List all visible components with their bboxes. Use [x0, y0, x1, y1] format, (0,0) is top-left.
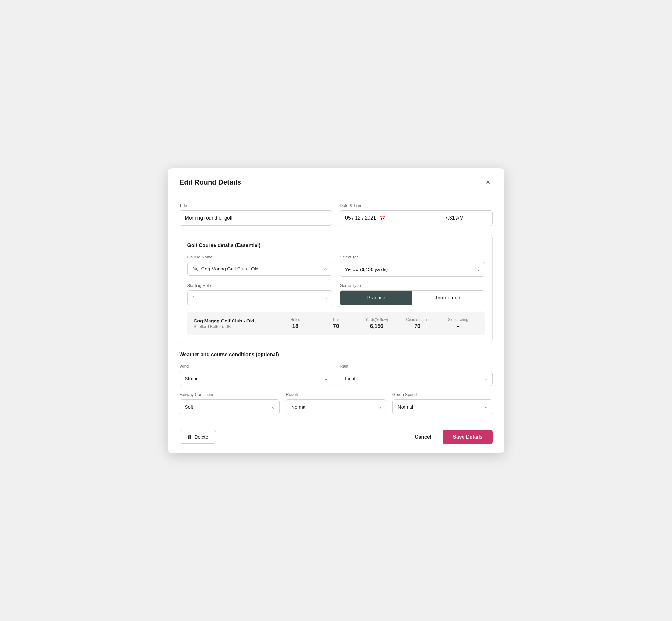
green-speed-dropdown[interactable]: Normal — [392, 400, 493, 414]
holes-label: Holes — [275, 318, 316, 322]
wind-rain-row: Wind Strong ⌄ Rain Light ⌄ — [179, 364, 493, 386]
date-value: 05 / 12 / 2021 — [345, 215, 376, 221]
holes-value: 18 — [275, 323, 316, 329]
search-icon: 🔍 — [193, 266, 198, 272]
fairway-rough-green-row: Fairway Conditions Soft ⌄ Rough Normal — [179, 392, 493, 414]
title-field-group: Title — [179, 203, 333, 226]
clear-icon[interactable]: × — [324, 266, 327, 272]
title-label: Title — [179, 203, 333, 208]
calendar-icon: 📅 — [379, 215, 385, 221]
course-name-display: Gog Magog Golf Club - Old, — [194, 318, 275, 323]
green-speed-select-wrap: Normal ⌄ — [392, 400, 493, 414]
starting-hole-label: Starting Hole — [187, 283, 333, 288]
course-location: Shelford Bottom, UK — [194, 324, 275, 329]
wind-dropdown[interactable]: Strong — [179, 371, 333, 386]
datetime-label: Date & Time — [340, 203, 493, 208]
rough-dropdown[interactable]: Normal — [286, 400, 386, 414]
course-info-row: Gog Magog Golf Club - Old, Shelford Bott… — [187, 312, 485, 335]
par-label: Par — [316, 318, 356, 322]
green-speed-group: Green Speed Normal ⌄ — [392, 392, 493, 414]
delete-button[interactable]: 🗑 Delete — [179, 430, 216, 444]
yards-value: 6,156 — [356, 323, 397, 329]
select-tee-wrap: Yellow (6,156 yards) ⌄ — [340, 262, 485, 277]
select-tee-group: Select Tee Yellow (6,156 yards) ⌄ — [340, 255, 485, 277]
game-type-label: Game Type — [340, 283, 485, 288]
fairway-label: Fairway Conditions — [179, 392, 280, 397]
modal-header: Edit Round Details × — [168, 168, 504, 194]
rain-group: Rain Light ⌄ — [340, 364, 493, 386]
wind-group: Wind Strong ⌄ — [179, 364, 333, 386]
starting-hole-dropdown[interactable]: 1 — [187, 290, 333, 305]
close-button[interactable]: × — [484, 177, 493, 188]
hole-gametype-row: Starting Hole 1 ⌄ Game Type Practice Tou… — [187, 283, 485, 305]
modal-body: Title Date & Time 05 / 12 / 2021 📅 7:31 … — [168, 194, 504, 423]
rain-dropdown[interactable]: Light — [340, 371, 493, 386]
course-stat-slope-rating: Slope rating - — [438, 318, 478, 329]
starting-hole-group: Starting Hole 1 ⌄ — [187, 283, 333, 305]
starting-hole-wrap: 1 ⌄ — [187, 290, 333, 305]
course-stat-course-rating: Course rating 70 — [397, 318, 438, 329]
rough-select-wrap: Normal ⌄ — [286, 400, 386, 414]
date-input-wrap[interactable]: 05 / 12 / 2021 📅 — [340, 210, 416, 226]
slope-rating-value: - — [438, 323, 478, 329]
course-rating-label: Course rating — [397, 318, 438, 322]
course-tee-row: Course Name 🔍 × Select Tee Yellow (6,156… — [187, 255, 485, 277]
course-name-group: Course Name 🔍 × — [187, 255, 333, 277]
practice-button[interactable]: Practice — [340, 291, 412, 305]
fairway-select-wrap: Soft ⌄ — [179, 400, 280, 414]
title-input[interactable] — [179, 210, 333, 225]
datetime-group: 05 / 12 / 2021 📅 7:31 AM — [340, 210, 493, 226]
rain-select-wrap: Light ⌄ — [340, 371, 493, 386]
datetime-field-group: Date & Time 05 / 12 / 2021 📅 7:31 AM — [340, 203, 493, 226]
footer-right: Cancel Save Details — [410, 430, 493, 444]
trash-icon: 🗑 — [187, 434, 192, 440]
tournament-button[interactable]: Tournament — [412, 291, 485, 305]
weather-section: Weather and course conditions (optional)… — [179, 352, 493, 414]
golf-section-title: Golf Course details (Essential) — [187, 243, 485, 248]
game-type-group: Game Type Practice Tournament — [340, 283, 485, 305]
top-row: Title Date & Time 05 / 12 / 2021 📅 7:31 … — [179, 203, 493, 226]
wind-select-wrap: Strong ⌄ — [179, 371, 333, 386]
cancel-button[interactable]: Cancel — [410, 430, 436, 444]
green-speed-label: Green Speed — [392, 392, 493, 397]
par-value: 70 — [316, 323, 356, 329]
fairway-dropdown[interactable]: Soft — [179, 400, 280, 414]
course-stat-yards: Yards(Yellow) 6,156 — [356, 318, 397, 329]
course-name-input[interactable] — [201, 266, 321, 272]
course-info-name: Gog Magog Golf Club - Old, Shelford Bott… — [194, 318, 275, 329]
delete-label: Delete — [195, 434, 208, 440]
modal-footer: 🗑 Delete Cancel Save Details — [168, 423, 504, 453]
course-rating-value: 70 — [397, 323, 438, 329]
course-name-search-wrap[interactable]: 🔍 × — [187, 262, 333, 276]
time-value: 7:31 AM — [445, 215, 464, 221]
select-tee-label: Select Tee — [340, 255, 485, 259]
time-input-wrap[interactable]: 7:31 AM — [416, 210, 493, 226]
rough-group: Rough Normal ⌄ — [286, 392, 386, 414]
modal-title: Edit Round Details — [179, 178, 241, 187]
rough-label: Rough — [286, 392, 386, 397]
rain-label: Rain — [340, 364, 493, 369]
yards-label: Yards(Yellow) — [356, 318, 397, 322]
game-type-toggle: Practice Tournament — [340, 290, 485, 305]
course-name-label: Course Name — [187, 255, 333, 259]
select-tee-dropdown[interactable]: Yellow (6,156 yards) — [340, 262, 485, 277]
edit-round-modal: Edit Round Details × Title Date & Time 0… — [168, 168, 504, 453]
weather-section-title: Weather and course conditions (optional) — [179, 352, 493, 358]
wind-label: Wind — [179, 364, 333, 369]
save-button[interactable]: Save Details — [443, 430, 493, 444]
golf-section-card: Golf Course details (Essential) Course N… — [179, 235, 493, 343]
course-stat-par: Par 70 — [316, 318, 356, 329]
slope-rating-label: Slope rating — [438, 318, 478, 322]
fairway-group: Fairway Conditions Soft ⌄ — [179, 392, 280, 414]
course-stat-holes: Holes 18 — [275, 318, 316, 329]
